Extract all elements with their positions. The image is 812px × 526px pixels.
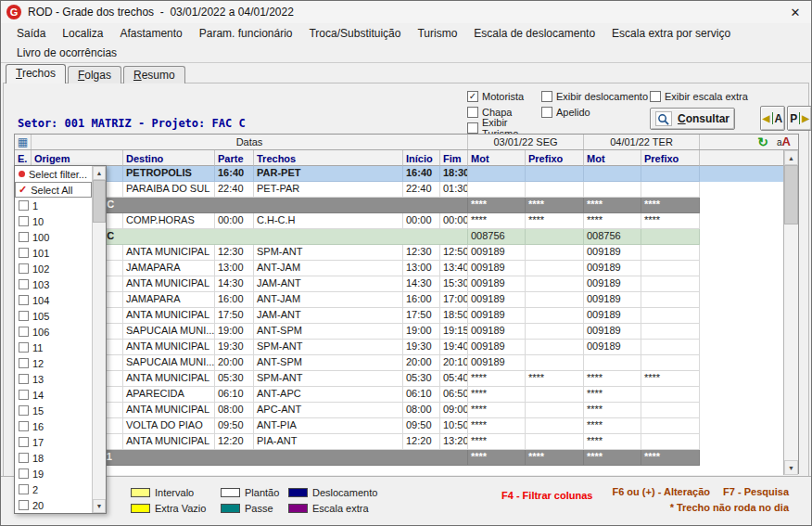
filter-option[interactable]: 16 xyxy=(15,418,92,434)
filter-option-label: 105 xyxy=(32,311,49,322)
group-row[interactable]: S: 001 - P:FAC C**************** xyxy=(15,198,783,213)
checkbox-exibir-escala-extra[interactable]: Exibir escala extra xyxy=(650,89,748,104)
title-bar: G ROD - Grade dos trechos - 03/01/2022 a… xyxy=(1,1,811,23)
column-header-prefixo[interactable]: Prefixo xyxy=(641,150,700,166)
grid-menu-button[interactable]: ▦ xyxy=(15,135,32,149)
table-row[interactable]: VOLTA DO PIAO09:50ANT-PIA09:5010:50*****… xyxy=(15,418,783,434)
nav-a-button[interactable]: ◀A xyxy=(760,106,785,131)
filter-option[interactable]: 15 xyxy=(15,403,92,418)
scroll-up-icon[interactable]: ▲ xyxy=(784,150,798,165)
column-header-destino[interactable]: Destino xyxy=(123,150,215,166)
checkbox-exibir-deslocamento[interactable]: Exibir deslocamento xyxy=(541,89,650,104)
column-header-parte[interactable]: Parte xyxy=(215,150,254,166)
filter-dropdown-header[interactable]: Select filter... xyxy=(15,166,92,182)
filter-option[interactable]: 11 xyxy=(15,340,92,355)
table-cell: 19:30 xyxy=(215,340,254,355)
table-row[interactable]: JAMAPARA16:00ANT-JAM16:0017:000091890091… xyxy=(15,292,783,308)
table-cell xyxy=(641,182,700,198)
scroll-down-icon[interactable]: ▼ xyxy=(93,499,106,513)
filter-option[interactable]: 18 xyxy=(15,450,92,466)
tab-folgas[interactable]: Folgas xyxy=(68,66,121,83)
checkbox-motorista[interactable]: ✓Motorista xyxy=(467,89,541,104)
font-size-icon[interactable]: aA xyxy=(777,135,791,148)
nav-p-button[interactable]: P▶ xyxy=(787,106,812,131)
table-row[interactable]: ANTA MUNICIPAL19:30SPM-ANT19:3019:400091… xyxy=(15,340,783,355)
consultar-button[interactable]: Consultar xyxy=(650,108,735,130)
filter-option[interactable]: 2 xyxy=(15,481,92,497)
menu-item-livro-de-ocorrencias[interactable]: Livro de ocorrências xyxy=(8,44,125,62)
group-row[interactable]: S: 001 - P:SPA 1**************** xyxy=(15,450,783,466)
table-row[interactable]: ANTA MUNICIPAL17:50JAM-ANT17:5018:500091… xyxy=(15,308,783,324)
menu-item-afastamento[interactable]: Afastamento xyxy=(111,24,190,43)
table-cell xyxy=(526,387,584,403)
table-row[interactable]: SAPUCAIA MUNI...19:00ANT-SPM19:0019:1500… xyxy=(15,324,783,340)
scroll-up-icon[interactable]: ▲ xyxy=(93,166,106,180)
table-cell: 009189 xyxy=(584,292,641,308)
tab-resumo[interactable]: Resumo xyxy=(123,66,185,83)
filter-option[interactable]: 17 xyxy=(15,434,92,450)
table-row[interactable]: ANTA MUNICIPAL08:00APC-ANT08:0009:00****… xyxy=(15,403,783,418)
menu-item-localiza[interactable]: Localiza xyxy=(54,24,111,43)
menu-item-escala-extra-por-servico[interactable]: Escala extra por serviço xyxy=(603,24,739,43)
legend-swatch xyxy=(288,488,308,497)
table-row[interactable]: PETROPOLIS16:40PAR-PET16:4018:30 xyxy=(15,166,783,182)
scroll-down-icon[interactable]: ▼ xyxy=(784,460,798,475)
filter-option[interactable]: 13 xyxy=(15,371,92,387)
table-row[interactable]: COMP.HORAS00:00C.H-C.H00:0000:00********… xyxy=(15,213,783,229)
filter-option[interactable]: 12 xyxy=(15,355,92,371)
table-cell: 00:00 xyxy=(440,213,468,229)
table-row[interactable]: APARECIDA06:10ANT-APC06:1006:50******** xyxy=(15,387,783,403)
nav-a-label: A xyxy=(775,112,783,125)
filter-option[interactable]: 14 xyxy=(15,387,92,403)
menu-item-param-funcionario[interactable]: Param. funcionário xyxy=(191,24,301,43)
tab-trechos[interactable]: Trechos xyxy=(6,64,66,83)
table-row[interactable]: ANTA MUNICIPAL12:20PIA-ANT12:2013:20****… xyxy=(15,434,783,450)
filter-option-label: 103 xyxy=(32,279,49,290)
table-row[interactable]: ANTA MUNICIPAL05:30SPM-ANT05:3005:40****… xyxy=(15,371,783,387)
close-icon[interactable]: ✕ xyxy=(780,1,811,23)
filter-option[interactable]: 19 xyxy=(15,466,92,481)
menu-item-troca-substituicao[interactable]: Troca/Substituição xyxy=(300,24,409,43)
column-header-mot[interactable]: Mot xyxy=(468,150,526,166)
scrollbar-thumb[interactable] xyxy=(93,180,106,223)
checkbox-apelido[interactable]: Apelido xyxy=(541,105,650,120)
checkbox-box xyxy=(19,405,29,416)
filter-select-all[interactable]: ✓ Select All xyxy=(15,182,92,198)
column-header-e[interactable]: E.↑ xyxy=(15,150,32,166)
column-header-prefixo[interactable]: Prefixo xyxy=(526,150,584,166)
table-cell: SPM-ANT xyxy=(254,340,403,355)
column-header-origem[interactable]: Origem xyxy=(32,150,123,166)
refresh-icon[interactable]: ↻ xyxy=(757,135,768,148)
vertical-scrollbar[interactable]: ▲ ▼ xyxy=(783,150,798,475)
filter-option[interactable]: 101 xyxy=(15,245,92,261)
column-header-mot[interactable]: Mot xyxy=(584,150,641,166)
filter-option[interactable]: 100 xyxy=(15,229,92,245)
filter-option[interactable]: 20 xyxy=(15,497,92,513)
table-cell: 14:30 xyxy=(215,276,254,292)
dropdown-scrollbar[interactable]: ▲ ▼ xyxy=(92,166,106,513)
table-row[interactable]: PARAIBA DO SUL22:40PET-PAR22:4001:30 xyxy=(15,182,783,198)
table-row[interactable]: SAPUCAIA MUNI...20:00ANT-SPM20:0020:1000… xyxy=(15,355,783,371)
table-cell xyxy=(526,308,584,324)
filter-option[interactable]: 105 xyxy=(15,308,92,324)
table-row[interactable]: ANTA MUNICIPAL12:30SPM-ANT12:3012:500091… xyxy=(15,245,783,261)
group-row[interactable]: S: 001 - P:FAC C008756008756 xyxy=(15,229,783,245)
table-cell: 009189 xyxy=(468,245,526,261)
column-header-fim[interactable]: Fim xyxy=(440,150,468,166)
filter-option[interactable]: 1 xyxy=(15,198,92,213)
column-header-trechos[interactable]: Trechos xyxy=(254,150,403,166)
table-row[interactable]: JAMAPARA13:00ANT-JAM13:0013:400091890091… xyxy=(15,261,783,276)
filter-option[interactable]: 103 xyxy=(15,276,92,292)
table-cell: **** xyxy=(584,418,641,434)
menu-item-saida[interactable]: Saída xyxy=(8,24,54,43)
scrollbar-thumb[interactable] xyxy=(784,165,798,225)
menu-item-turismo[interactable]: Turismo xyxy=(409,24,465,43)
filter-option[interactable]: 102 xyxy=(15,261,92,276)
filter-option[interactable]: 104 xyxy=(15,292,92,308)
column-header-inicio[interactable]: Início xyxy=(403,150,440,166)
table-row[interactable]: ANTA MUNICIPAL14:30JAM-ANT14:3015:300091… xyxy=(15,276,783,292)
table-cell: PIA-ANT xyxy=(254,434,403,450)
menu-item-escala-de-deslocamento[interactable]: Escala de deslocamento xyxy=(465,24,603,43)
filter-option[interactable]: 106 xyxy=(15,324,92,340)
filter-option[interactable]: 10 xyxy=(15,213,92,229)
